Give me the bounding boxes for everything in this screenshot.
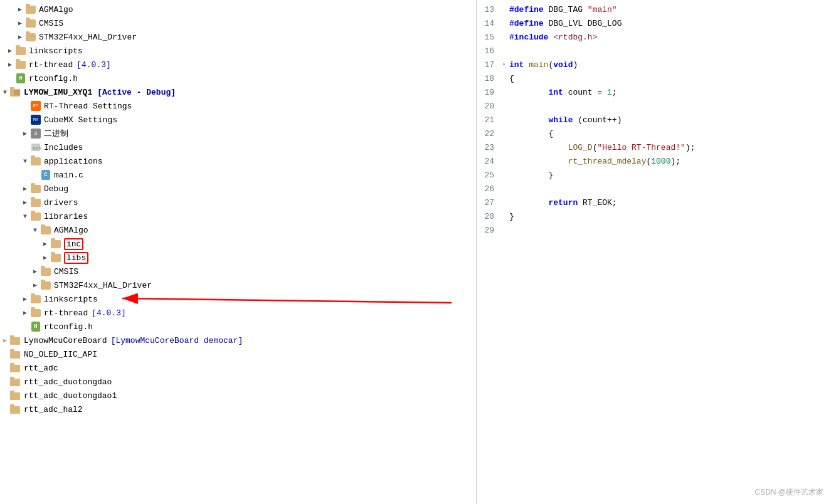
tree-item-rtt-adc-duo1[interactable]: rtt_adc_duotongdao1 bbox=[0, 389, 476, 402]
tree-item-includes[interactable]: </> Includes bbox=[0, 140, 476, 154]
code-line-13: 13 #define DBG_TAG "main" bbox=[477, 3, 836, 16]
tree-label: rtt_adc_duotongdao1 bbox=[24, 391, 117, 401]
tree-item-rtt-adc[interactable]: rtt_adc bbox=[0, 361, 476, 375]
code-content: #include <rtdbg.h> bbox=[509, 33, 597, 42]
tree-item-cubemx[interactable]: MX CubeMX Settings bbox=[0, 113, 476, 127]
tree-item-rtt-adc-duo[interactable]: rtt_adc_duotongdao bbox=[0, 375, 476, 389]
code-content: return RT_EOK; bbox=[509, 198, 617, 207]
folder-icon bbox=[25, 32, 36, 42]
tree-item-main-c[interactable]: C main.c bbox=[0, 168, 476, 182]
arrow-icon: ▶ bbox=[20, 294, 30, 304]
tree-label: RT-Thread Settings bbox=[44, 102, 132, 111]
code-line-19: 19 int count = 1; bbox=[477, 85, 836, 99]
code-line-17: 17 ◦ int main(void) bbox=[477, 58, 836, 71]
tree-item-rtthread-lib[interactable]: ▶ rt-thread [4.0.3] bbox=[0, 306, 476, 320]
code-line-28: 28 } bbox=[477, 209, 836, 223]
tree-label: rtt_adc_hal2 bbox=[24, 405, 83, 414]
no-arrow bbox=[0, 363, 10, 373]
tree-item-rt-settings[interactable]: RT RT-Thread Settings bbox=[0, 99, 476, 113]
tree-item-lymow-coreboard[interactable]: ▶ LymowMcuCoreBoard [LymowMcuCoreBoard d… bbox=[0, 333, 476, 347]
tree-label: inc bbox=[64, 238, 83, 250]
file-h-icon: H bbox=[30, 322, 41, 332]
no-arrow bbox=[20, 101, 30, 111]
file-tree-panel[interactable]: ▶ AGMAlgo ▶ CMSIS ▶ STM32F4xx_HAL_Driver… bbox=[0, 0, 477, 504]
no-arrow bbox=[0, 349, 10, 359]
tree-label: STM32F4xx_HAL_Driver bbox=[54, 281, 152, 290]
svg-rect-6 bbox=[10, 335, 14, 338]
code-content: { bbox=[509, 74, 514, 83]
tree-item-rtt-adc-hal2[interactable]: rtt_adc_hal2 bbox=[0, 402, 476, 416]
tree-item-stm32-top[interactable]: ▶ STM32F4xx_HAL_Driver bbox=[0, 30, 476, 44]
arrow-icon: ▶ bbox=[30, 266, 40, 276]
tree-item-rtthread-top[interactable]: ▶ rt-thread [4.0.3] bbox=[0, 58, 476, 71]
no-arrow bbox=[0, 391, 10, 401]
folder-icon bbox=[15, 46, 26, 56]
folder-icon bbox=[25, 4, 36, 14]
line-number: 17 bbox=[477, 60, 502, 70]
tree-label: AGMAlgo bbox=[39, 5, 73, 14]
arrow-icon: ▶ bbox=[15, 32, 25, 42]
folder-icon bbox=[25, 18, 36, 28]
line-number: 13 bbox=[477, 5, 502, 14]
tree-item-inc[interactable]: ▶ inc bbox=[0, 237, 476, 251]
tree-item-debug[interactable]: ▶ Debug bbox=[0, 182, 476, 196]
tree-label: CMSIS bbox=[54, 267, 78, 276]
file-c-icon: C bbox=[40, 170, 51, 180]
tree-item-binary[interactable]: ▶ B 二进制 bbox=[0, 127, 476, 140]
code-line-14: 14 #define DBG_LVL DBG_LOG bbox=[477, 16, 836, 30]
tree-item-drivers[interactable]: ▶ drivers bbox=[0, 196, 476, 209]
proj-folder-icon bbox=[10, 349, 21, 359]
tree-label: rtt_adc bbox=[24, 364, 58, 373]
arrow-icon: ▶ bbox=[20, 129, 30, 139]
arrow-icon: ▶ bbox=[5, 60, 15, 70]
arrow-icon: ▶ bbox=[15, 4, 25, 14]
tree-item-agmalgo-lib[interactable]: ▼ AGMAlgo bbox=[0, 223, 476, 237]
tree-item-applications[interactable]: ▼ applications bbox=[0, 154, 476, 168]
tree-item-nd-oled[interactable]: ND_OLED_IIC_API bbox=[0, 347, 476, 361]
tree-item-libs[interactable]: ▶ libs bbox=[0, 251, 476, 265]
version-badge: [4.0.3] bbox=[92, 308, 126, 318]
folder-icon bbox=[30, 156, 41, 166]
arrow-icon: ▶ bbox=[20, 308, 30, 318]
tree-item-cmsis-lib[interactable]: ▶ CMSIS bbox=[0, 265, 476, 278]
code-line-27: 27 return RT_EOK; bbox=[477, 196, 836, 209]
tree-label: linkscripts bbox=[44, 295, 98, 304]
tree-label: AGMAlgo bbox=[54, 226, 88, 235]
tree-label: Debug bbox=[44, 184, 68, 194]
code-line-18: 18 { bbox=[477, 71, 836, 85]
watermark: CSDN @硬件艺术家 bbox=[754, 487, 823, 498]
folder-icon bbox=[40, 225, 51, 235]
line-number: 27 bbox=[477, 198, 502, 207]
proj-folder-icon bbox=[10, 377, 21, 387]
project-label: LYMOW_IMU_XYQ1 bbox=[24, 88, 92, 97]
line-number: 19 bbox=[477, 88, 502, 97]
arrow-icon: ▶ bbox=[30, 280, 40, 290]
code-content: } bbox=[509, 171, 553, 180]
tree-item-agmalgo-top[interactable]: ▶ AGMAlgo bbox=[0, 3, 476, 16]
folder-icon bbox=[50, 239, 61, 249]
tree-item-lymow-imu[interactable]: ▼ LYMOW_IMU_XYQ1 [Active - Debug] bbox=[0, 85, 476, 99]
arrow-icon: ▶ bbox=[40, 239, 50, 249]
svg-rect-5 bbox=[10, 337, 20, 345]
tree-item-linkscripts-lib[interactable]: ▶ linkscripts bbox=[0, 292, 476, 306]
folder-icon bbox=[30, 294, 41, 304]
arrow-icon: ▼ bbox=[0, 87, 10, 97]
code-content: int main(void) bbox=[509, 60, 578, 70]
arrow-icon: ▼ bbox=[30, 225, 40, 235]
folder-icon bbox=[30, 308, 41, 318]
tree-item-libraries[interactable]: ▼ libraries bbox=[0, 209, 476, 223]
code-line-29: 29 bbox=[477, 223, 836, 237]
tree-item-linkscripts-top[interactable]: ▶ linkscripts bbox=[0, 44, 476, 58]
svg-rect-11 bbox=[10, 379, 20, 386]
arrow-icon: ▶ bbox=[0, 335, 10, 345]
line-number: 25 bbox=[477, 171, 502, 180]
proj-folder-icon bbox=[10, 335, 21, 345]
tree-item-cmsis-top[interactable]: ▶ CMSIS bbox=[0, 16, 476, 30]
proj-folder-icon bbox=[10, 363, 21, 373]
tree-item-rtconfig-lib[interactable]: H rtconfig.h bbox=[0, 320, 476, 333]
tree-item-rtconfig-top[interactable]: H rtconfig.h bbox=[0, 71, 476, 85]
svg-text:</>: </> bbox=[33, 145, 41, 151]
tree-item-stm32-lib[interactable]: ▶ STM32F4xx_HAL_Driver bbox=[0, 278, 476, 292]
code-content: } bbox=[509, 212, 514, 221]
tree-label: linkscripts bbox=[29, 46, 83, 56]
